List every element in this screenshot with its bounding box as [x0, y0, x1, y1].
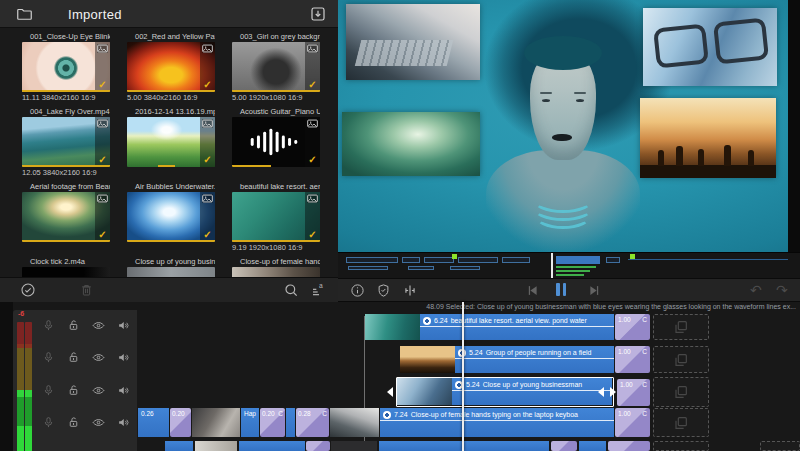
media-item-name: Aerial footage from Beautif...: [22, 181, 110, 192]
lock-icon[interactable]: [67, 384, 80, 397]
timeline-clip[interactable]: 7.24Close-up of female hands typing on t…: [380, 408, 614, 437]
clip-duration: 5.24: [466, 381, 480, 388]
media-item[interactable]: 002_Red and Yellow Paint.... ✓ 5.00 3840…: [127, 31, 215, 106]
previous-frame-icon[interactable]: [526, 283, 541, 298]
eye-icon[interactable]: [92, 351, 105, 364]
media-item[interactable]: Acoustic Guitar_Piano Und... ✓: [232, 106, 320, 181]
sort-icon[interactable]: a: [311, 282, 327, 298]
clip-placeholder[interactable]: [653, 377, 709, 407]
timeline-clip[interactable]: [239, 441, 305, 451]
timeline-clip[interactable]: [379, 441, 549, 451]
timeline-clip[interactable]: 6.24beautiful lake resort. aerial view. …: [420, 314, 614, 340]
trim-icon[interactable]: [402, 283, 418, 298]
photo-badge-icon: [97, 44, 108, 53]
media-item[interactable]: 2016-12-14 13.16.19.mp4 ✓: [127, 106, 215, 181]
overlay-clip-people-sunset[interactable]: [640, 98, 776, 178]
media-item[interactable]: Air Bubbles Underwater.m... ✓: [127, 181, 215, 256]
select-check-circle-icon[interactable]: [20, 282, 36, 298]
lock-icon[interactable]: [67, 319, 80, 332]
timeline-clip-selected[interactable]: 5.24Close up of young businessman: [396, 377, 614, 407]
trash-icon[interactable]: [79, 282, 94, 298]
mic-icon[interactable]: [42, 351, 55, 364]
mic-icon[interactable]: [42, 384, 55, 397]
info-icon[interactable]: [350, 283, 365, 298]
photo-badge-icon: [307, 194, 318, 203]
clip-placeholder[interactable]: [760, 441, 800, 451]
mic-icon[interactable]: [42, 319, 55, 332]
mic-icon[interactable]: [42, 416, 55, 429]
search-icon[interactable]: [283, 282, 299, 298]
overview-clip: [424, 257, 454, 263]
eye-icon[interactable]: [92, 416, 105, 429]
clip-placeholder[interactable]: [653, 346, 709, 373]
transition-clip[interactable]: [306, 441, 330, 451]
media-item-thumbnail: ✓: [127, 192, 215, 242]
audio-meter-label: -6: [18, 310, 24, 317]
media-item[interactable]: Clock tick 2.m4a: [22, 256, 110, 277]
media-item-meta: [127, 242, 215, 253]
import-icon[interactable]: [309, 5, 327, 23]
clip-thumbnail: [192, 408, 240, 437]
transition-clip[interactable]: 0.20C: [260, 408, 285, 437]
transition-clip[interactable]: 0.20: [170, 408, 191, 437]
lock-icon[interactable]: [67, 416, 80, 429]
timeline-overview-scrubber[interactable]: [338, 252, 800, 278]
clip-placeholder[interactable]: [653, 408, 709, 437]
photo-badge-icon: [97, 119, 108, 128]
shield-check-icon[interactable]: [376, 283, 391, 298]
timeline-clip[interactable]: Hap: [241, 408, 259, 437]
timeline-clip[interactable]: [579, 441, 606, 451]
copy-icon: [673, 319, 689, 335]
eye-icon[interactable]: [92, 384, 105, 397]
media-item-meta: 12.05 3840x2160 16:9: [22, 167, 110, 178]
timeline-clip[interactable]: 0.26: [138, 408, 169, 437]
transition-clip[interactable]: 1.00C: [615, 346, 650, 373]
selection-status-text: 48.09 Selected: Close up of young busine…: [420, 303, 796, 313]
lock-icon[interactable]: [67, 351, 80, 364]
timeline-panel: 48.09 Selected: Close up of young busine…: [0, 302, 800, 451]
usage-bar: [232, 90, 320, 93]
media-item[interactable]: 001_Close-Up Eye Blinking... ✓ 11.11 384…: [22, 31, 110, 106]
speaker-icon[interactable]: [117, 384, 130, 397]
transition-clip[interactable]: 0.28C: [296, 408, 329, 437]
trim-handle-out[interactable]: [610, 387, 616, 397]
speaker-icon[interactable]: [117, 319, 130, 332]
overlay-clip-glasses[interactable]: [643, 8, 777, 86]
media-item-meta: 5.00 3840x2160 16:9: [127, 92, 215, 103]
transition-clip[interactable]: [551, 441, 577, 451]
media-item[interactable]: Close-up of female hands...: [232, 256, 320, 277]
transition-clip[interactable]: 1.00C: [615, 314, 650, 340]
overview-playhead[interactable]: [551, 253, 553, 279]
timeline-clip[interactable]: 5.24Group of people running on a field: [455, 346, 614, 373]
speaker-icon[interactable]: [117, 351, 130, 364]
redo-icon[interactable]: ↷: [776, 280, 788, 300]
clip-placeholder[interactable]: [653, 314, 709, 340]
media-item-meta: 9.19 1920x1080 16:9: [232, 242, 320, 253]
timeline-clip[interactable]: [165, 441, 193, 451]
eye-icon[interactable]: [92, 319, 105, 332]
media-item[interactable]: Aerial footage from Beautif... ✓: [22, 181, 110, 256]
app-window: Imported 001_Close-Up Eye Blinking... ✓ …: [0, 0, 800, 451]
next-frame-icon[interactable]: [586, 283, 601, 298]
media-item-name: Air Bubbles Underwater.m...: [127, 181, 215, 192]
transition-clip[interactable]: 1.00C: [617, 379, 650, 406]
overlay-clip-forest-lake[interactable]: [342, 112, 480, 176]
folder-icon[interactable]: [15, 5, 34, 23]
transition-clip[interactable]: 1.00C: [615, 408, 650, 437]
trim-handle-left[interactable]: [387, 387, 393, 397]
trim-handle-in[interactable]: [598, 387, 604, 397]
undo-icon[interactable]: ↶: [750, 280, 762, 300]
media-item[interactable]: Close up of young busines...: [127, 256, 215, 277]
media-item[interactable]: 003_Girl on grey backgrou... ✓ 5.00 1920…: [232, 31, 320, 106]
speaker-icon[interactable]: [117, 416, 130, 429]
timeline-playhead[interactable]: [462, 302, 464, 451]
media-item[interactable]: 004_Lake Fly Over.mp4 ✓ 12.05 3840x2160 …: [22, 106, 110, 181]
clip-placeholder[interactable]: [653, 441, 709, 451]
pause-button[interactable]: [556, 283, 566, 296]
overlay-clip-laptop-typing[interactable]: [346, 4, 480, 80]
overview-clip: [450, 266, 480, 270]
timeline-clip[interactable]: [286, 408, 295, 437]
overview-clip: [458, 257, 498, 263]
media-item[interactable]: beautiful lake resort. aerial... ✓ 9.19 …: [232, 181, 320, 256]
transition-clip[interactable]: [608, 441, 650, 451]
